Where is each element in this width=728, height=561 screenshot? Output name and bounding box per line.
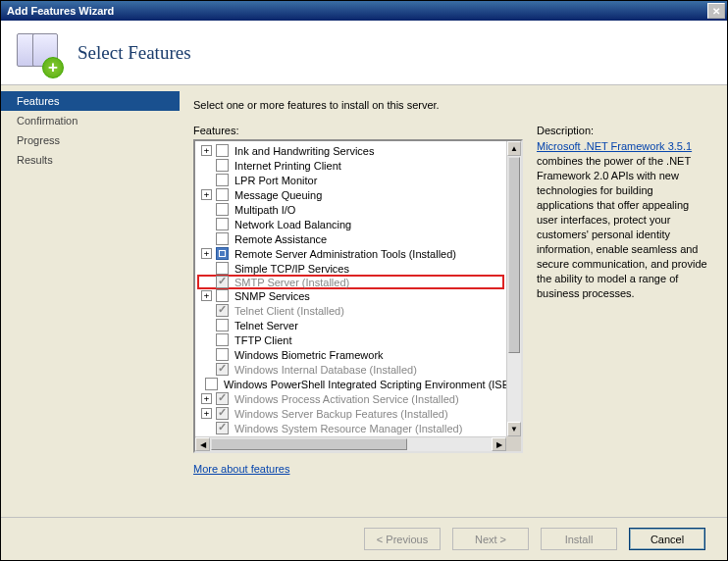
tree-row[interactable]: +Windows Server Backup Features (Install… <box>197 406 504 421</box>
cancel-button[interactable]: Cancel <box>629 528 705 550</box>
scroll-down-icon[interactable]: ▼ <box>507 422 521 436</box>
tree-row[interactable]: Network Load Balancing <box>197 217 504 231</box>
checkbox[interactable] <box>216 144 229 157</box>
checkbox[interactable] <box>216 289 229 302</box>
checkbox[interactable] <box>216 319 229 332</box>
expand-spacer <box>201 364 212 375</box>
checkbox[interactable] <box>216 203 229 216</box>
expand-spacer <box>201 320 212 331</box>
expand-spacer <box>201 334 212 345</box>
nav-item-progress[interactable]: Progress <box>1 130 180 150</box>
checkbox[interactable] <box>216 333 229 346</box>
tree-item-label: LPR Port Monitor <box>234 175 317 186</box>
tree-row[interactable]: Telnet Client (Installed) <box>197 303 504 318</box>
tree-row[interactable]: Multipath I/O <box>197 202 504 217</box>
expand-spacer <box>201 263 212 274</box>
scroll-left-icon[interactable]: ◀ <box>195 437 210 451</box>
scroll-corner <box>506 436 521 451</box>
tree-row[interactable]: Windows Biometric Framework <box>197 347 504 362</box>
titlebar: Add Features Wizard ✕ <box>1 1 727 21</box>
features-icon: + <box>15 29 62 76</box>
tree-item-label: Windows Process Activation Service (Inst… <box>234 393 459 405</box>
checkbox[interactable] <box>216 159 229 172</box>
scroll-thumb[interactable] <box>508 157 520 353</box>
tree-row[interactable]: Internet Printing Client <box>197 158 504 173</box>
expand-icon[interactable]: + <box>201 189 212 200</box>
checkbox <box>216 304 229 317</box>
checkbox[interactable] <box>205 378 218 390</box>
expand-spacer <box>201 204 212 215</box>
scroll-right-icon[interactable]: ▶ <box>492 437 506 451</box>
tree-row[interactable]: +Message Queuing <box>197 187 504 202</box>
tree-item-label: Network Load Balancing <box>234 219 351 230</box>
tree-row[interactable]: Windows Internal Database (Installed) <box>197 362 504 377</box>
vertical-scrollbar[interactable]: ▲ ▼ <box>506 141 521 436</box>
description-text: Microsoft .NET Framework 3.5.1 combines … <box>537 139 709 301</box>
tree-item-label: Windows System Resource Manager (Install… <box>234 423 462 434</box>
more-about-features-link[interactable]: More about features <box>193 463 289 475</box>
tree-item-label: SNMP Services <box>234 290 310 302</box>
description-link[interactable]: Microsoft .NET Framework 3.5.1 <box>537 140 692 152</box>
previous-button: < Previous <box>364 528 441 550</box>
expand-icon[interactable]: + <box>201 145 212 156</box>
features-tree[interactable]: +Ink and Handwriting ServicesInternet Pr… <box>193 139 523 453</box>
tree-item-label: Simple TCP/IP Services <box>234 263 349 275</box>
tree-row[interactable]: LPR Port Monitor <box>197 173 504 187</box>
window-title: Add Features Wizard <box>7 5 114 17</box>
tree-row[interactable]: Simple TCP/IP Services <box>197 261 504 276</box>
expand-spacer <box>201 160 212 171</box>
tree-row[interactable]: Telnet Server <box>197 318 504 332</box>
tree-item-label: Message Queuing <box>234 189 322 201</box>
checkbox[interactable] <box>216 188 229 201</box>
description-label: Description: <box>537 125 709 136</box>
wizard-footer: < Previous Next > Install Cancel <box>1 517 727 560</box>
tree-item-label: Remote Server Administration Tools (Inst… <box>234 248 456 260</box>
checkbox <box>216 422 229 434</box>
checkbox[interactable] <box>216 348 229 361</box>
tree-item-label: Telnet Server <box>234 320 298 332</box>
expand-icon[interactable]: + <box>201 393 212 404</box>
features-label: Features: <box>193 125 523 136</box>
tree-row[interactable]: +Remote Server Administration Tools (Ins… <box>197 246 504 261</box>
tree-item-label: SMTP Server (Installed) <box>234 277 349 288</box>
tree-row[interactable]: TFTP Client <box>197 332 504 347</box>
tree-item-label: Internet Printing Client <box>234 160 341 172</box>
tree-row[interactable]: Remote Assistance <box>197 231 504 246</box>
wizard-nav: Features Confirmation Progress Results <box>1 85 180 517</box>
tree-row[interactable]: +Ink and Handwriting Services <box>197 143 504 158</box>
nav-item-results[interactable]: Results <box>1 150 180 170</box>
tree-row[interactable]: Windows System Resource Manager (Install… <box>197 421 504 435</box>
page-title: Select Features <box>78 42 191 64</box>
expand-spacer <box>201 305 212 316</box>
tree-row[interactable]: +SNMP Services <box>197 288 504 303</box>
expand-icon[interactable]: + <box>201 248 212 259</box>
checkbox[interactable] <box>216 218 229 230</box>
nav-item-confirmation[interactable]: Confirmation <box>1 111 180 130</box>
wizard-header: + Select Features <box>1 21 727 85</box>
tree-item-label: Multipath I/O <box>234 204 295 216</box>
checkbox[interactable] <box>216 247 229 260</box>
horizontal-scrollbar[interactable]: ◀ ▶ <box>195 436 506 451</box>
expand-spacer <box>201 349 212 360</box>
tree-row[interactable]: +Windows Process Activation Service (Ins… <box>197 391 504 406</box>
expand-spacer <box>201 233 212 244</box>
tree-item-label: TFTP Client <box>234 334 291 346</box>
hscroll-thumb[interactable] <box>211 438 407 450</box>
expand-icon[interactable]: + <box>201 290 212 301</box>
tree-item-label: Ink and Handwriting Services <box>234 145 374 157</box>
tree-row[interactable]: Windows PowerShell Integrated Scripting … <box>197 377 504 391</box>
tree-item-label: Windows Biometric Framework <box>234 349 384 361</box>
scroll-up-icon[interactable]: ▲ <box>507 141 521 156</box>
checkbox[interactable] <box>216 232 229 245</box>
checkbox <box>216 392 229 405</box>
checkbox <box>216 363 229 376</box>
close-button[interactable]: ✕ <box>707 3 725 19</box>
expand-spacer <box>201 277 212 287</box>
checkbox[interactable] <box>216 174 229 186</box>
checkbox <box>216 407 229 420</box>
expand-icon[interactable]: + <box>201 408 212 419</box>
checkbox[interactable] <box>216 262 229 275</box>
nav-item-features[interactable]: Features <box>1 91 180 111</box>
tree-row[interactable]: SMTP Server (Installed) <box>197 275 504 289</box>
close-icon: ✕ <box>712 6 720 17</box>
